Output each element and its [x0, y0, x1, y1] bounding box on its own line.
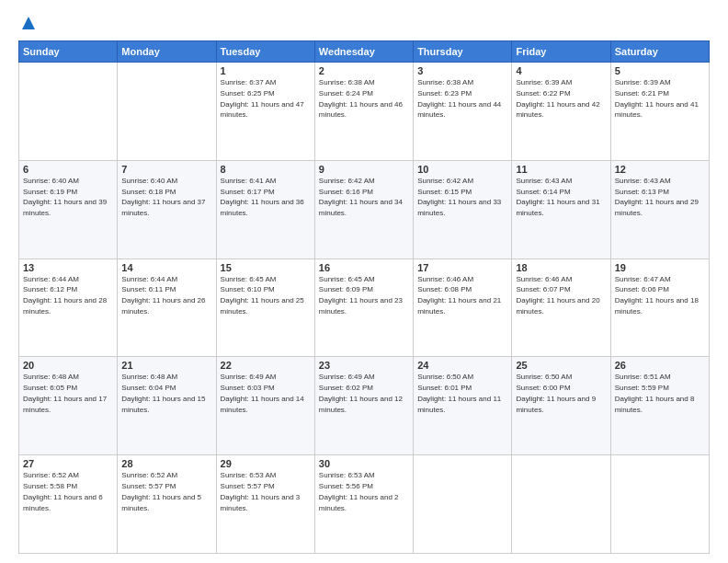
calendar-cell: 13 Sunrise: 6:44 AMSunset: 6:12 PMDaylig… — [19, 259, 118, 357]
cell-content: Sunrise: 6:37 AMSunset: 6:25 PMDaylight:… — [221, 78, 304, 119]
cell-content: Sunrise: 6:47 AMSunset: 6:06 PMDaylight:… — [615, 275, 699, 316]
cell-content: Sunrise: 6:40 AMSunset: 6:19 PMDaylight:… — [23, 177, 107, 217]
day-number: 14 — [121, 262, 211, 273]
day-number: 5 — [615, 65, 705, 76]
calendar-cell: 29 Sunrise: 6:53 AMSunset: 5:57 PMDaylig… — [216, 455, 314, 554]
calendar-cell: 6 Sunrise: 6:40 AMSunset: 6:19 PMDayligh… — [19, 160, 118, 259]
day-number: 24 — [417, 360, 507, 371]
logo-icon — [20, 15, 37, 31]
calendar-cell: 24 Sunrise: 6:50 AMSunset: 6:01 PMDaylig… — [414, 357, 512, 455]
calendar-day-header: Tuesday — [216, 41, 314, 63]
calendar-week-row: 1 Sunrise: 6:37 AMSunset: 6:25 PMDayligh… — [19, 63, 710, 161]
page: SundayMondayTuesdayWednesdayThursdayFrid… — [0, 0, 728, 563]
cell-content: Sunrise: 6:45 AMSunset: 6:10 PMDaylight:… — [221, 275, 304, 316]
day-number: 27 — [23, 458, 113, 469]
day-number: 6 — [23, 164, 113, 175]
day-number: 18 — [516, 262, 606, 273]
day-number: 28 — [121, 458, 211, 469]
calendar-cell: 26 Sunrise: 6:51 AMSunset: 5:59 PMDaylig… — [610, 357, 709, 455]
cell-content: Sunrise: 6:48 AMSunset: 6:04 PMDaylight:… — [121, 373, 205, 413]
day-number: 29 — [221, 458, 311, 469]
calendar-cell — [19, 63, 118, 161]
calendar-day-header: Thursday — [414, 41, 512, 63]
calendar-cell — [414, 455, 512, 554]
calendar-cell: 8 Sunrise: 6:41 AMSunset: 6:17 PMDayligh… — [216, 160, 314, 259]
day-number: 9 — [319, 164, 409, 175]
calendar-cell: 10 Sunrise: 6:42 AMSunset: 6:15 PMDaylig… — [414, 160, 512, 259]
calendar-week-row: 6 Sunrise: 6:40 AMSunset: 6:19 PMDayligh… — [19, 160, 710, 259]
day-number: 11 — [516, 164, 606, 175]
calendar-day-header: Sunday — [19, 41, 118, 63]
day-number: 30 — [319, 458, 409, 469]
calendar-cell: 21 Sunrise: 6:48 AMSunset: 6:04 PMDaylig… — [118, 357, 216, 455]
day-number: 25 — [516, 360, 606, 371]
calendar-cell: 4 Sunrise: 6:39 AMSunset: 6:22 PMDayligh… — [512, 63, 610, 161]
calendar-day-header: Saturday — [610, 41, 709, 63]
cell-content: Sunrise: 6:46 AMSunset: 6:08 PMDaylight:… — [417, 275, 501, 316]
calendar-cell: 3 Sunrise: 6:38 AMSunset: 6:23 PMDayligh… — [414, 63, 512, 161]
calendar-cell: 9 Sunrise: 6:42 AMSunset: 6:16 PMDayligh… — [314, 160, 413, 259]
calendar-week-row: 13 Sunrise: 6:44 AMSunset: 6:12 PMDaylig… — [19, 259, 710, 357]
calendar-cell: 15 Sunrise: 6:45 AMSunset: 6:10 PMDaylig… — [216, 259, 314, 357]
calendar-week-row: 27 Sunrise: 6:52 AMSunset: 5:58 PMDaylig… — [19, 455, 710, 554]
day-number: 8 — [221, 164, 311, 175]
cell-content: Sunrise: 6:51 AMSunset: 5:59 PMDaylight:… — [615, 373, 695, 413]
day-number: 23 — [319, 360, 409, 371]
calendar-cell: 19 Sunrise: 6:47 AMSunset: 6:06 PMDaylig… — [610, 259, 709, 357]
calendar-header-row: SundayMondayTuesdayWednesdayThursdayFrid… — [19, 41, 710, 63]
cell-content: Sunrise: 6:45 AMSunset: 6:09 PMDaylight:… — [319, 275, 403, 316]
day-number: 1 — [221, 65, 311, 76]
cell-content: Sunrise: 6:49 AMSunset: 6:03 PMDaylight:… — [221, 373, 304, 413]
day-number: 26 — [615, 360, 705, 371]
calendar-cell: 30 Sunrise: 6:53 AMSunset: 5:56 PMDaylig… — [314, 455, 413, 554]
cell-content: Sunrise: 6:53 AMSunset: 5:56 PMDaylight:… — [319, 471, 399, 511]
day-number: 17 — [417, 262, 507, 273]
calendar-cell: 23 Sunrise: 6:49 AMSunset: 6:02 PMDaylig… — [314, 357, 413, 455]
logo — [18, 15, 37, 31]
day-number: 4 — [516, 65, 606, 76]
cell-content: Sunrise: 6:38 AMSunset: 6:24 PMDaylight:… — [319, 78, 403, 119]
cell-content: Sunrise: 6:52 AMSunset: 5:58 PMDaylight:… — [23, 471, 103, 511]
cell-content: Sunrise: 6:38 AMSunset: 6:23 PMDaylight:… — [417, 78, 501, 119]
calendar-cell: 28 Sunrise: 6:52 AMSunset: 5:57 PMDaylig… — [118, 455, 216, 554]
cell-content: Sunrise: 6:46 AMSunset: 6:07 PMDaylight:… — [516, 275, 599, 316]
calendar-cell: 16 Sunrise: 6:45 AMSunset: 6:09 PMDaylig… — [314, 259, 413, 357]
day-number: 22 — [221, 360, 311, 371]
calendar-table: SundayMondayTuesdayWednesdayThursdayFrid… — [18, 40, 710, 554]
day-number: 20 — [23, 360, 113, 371]
calendar-body: 1 Sunrise: 6:37 AMSunset: 6:25 PMDayligh… — [19, 63, 710, 554]
day-number: 12 — [615, 164, 705, 175]
calendar-cell: 27 Sunrise: 6:52 AMSunset: 5:58 PMDaylig… — [19, 455, 118, 554]
cell-content: Sunrise: 6:43 AMSunset: 6:14 PMDaylight:… — [516, 177, 599, 217]
calendar-cell: 22 Sunrise: 6:49 AMSunset: 6:03 PMDaylig… — [216, 357, 314, 455]
calendar-cell: 2 Sunrise: 6:38 AMSunset: 6:24 PMDayligh… — [314, 63, 413, 161]
cell-content: Sunrise: 6:52 AMSunset: 5:57 PMDaylight:… — [121, 471, 201, 511]
cell-content: Sunrise: 6:49 AMSunset: 6:02 PMDaylight:… — [319, 373, 403, 413]
day-number: 10 — [417, 164, 507, 175]
cell-content: Sunrise: 6:53 AMSunset: 5:57 PMDaylight:… — [221, 471, 301, 511]
calendar-cell — [118, 63, 216, 161]
cell-content: Sunrise: 6:40 AMSunset: 6:18 PMDaylight:… — [121, 177, 205, 217]
calendar-day-header: Monday — [118, 41, 216, 63]
cell-content: Sunrise: 6:50 AMSunset: 6:00 PMDaylight:… — [516, 373, 596, 413]
calendar-cell: 5 Sunrise: 6:39 AMSunset: 6:21 PMDayligh… — [610, 63, 709, 161]
calendar-cell: 17 Sunrise: 6:46 AMSunset: 6:08 PMDaylig… — [414, 259, 512, 357]
cell-content: Sunrise: 6:48 AMSunset: 6:05 PMDaylight:… — [23, 373, 107, 413]
calendar-week-row: 20 Sunrise: 6:48 AMSunset: 6:05 PMDaylig… — [19, 357, 710, 455]
day-number: 3 — [417, 65, 507, 76]
cell-content: Sunrise: 6:41 AMSunset: 6:17 PMDaylight:… — [221, 177, 304, 217]
cell-content: Sunrise: 6:39 AMSunset: 6:22 PMDaylight:… — [516, 78, 599, 119]
cell-content: Sunrise: 6:39 AMSunset: 6:21 PMDaylight:… — [615, 78, 699, 119]
day-number: 13 — [23, 262, 113, 273]
cell-content: Sunrise: 6:42 AMSunset: 6:16 PMDaylight:… — [319, 177, 403, 217]
calendar-cell: 11 Sunrise: 6:43 AMSunset: 6:14 PMDaylig… — [512, 160, 610, 259]
calendar-cell: 12 Sunrise: 6:43 AMSunset: 6:13 PMDaylig… — [610, 160, 709, 259]
day-number: 19 — [615, 262, 705, 273]
day-number: 7 — [121, 164, 211, 175]
calendar-day-header: Wednesday — [314, 41, 413, 63]
header — [18, 15, 710, 31]
calendar-cell — [610, 455, 709, 554]
svg-marker-0 — [22, 17, 35, 29]
calendar-day-header: Friday — [512, 41, 610, 63]
calendar-cell: 1 Sunrise: 6:37 AMSunset: 6:25 PMDayligh… — [216, 63, 314, 161]
